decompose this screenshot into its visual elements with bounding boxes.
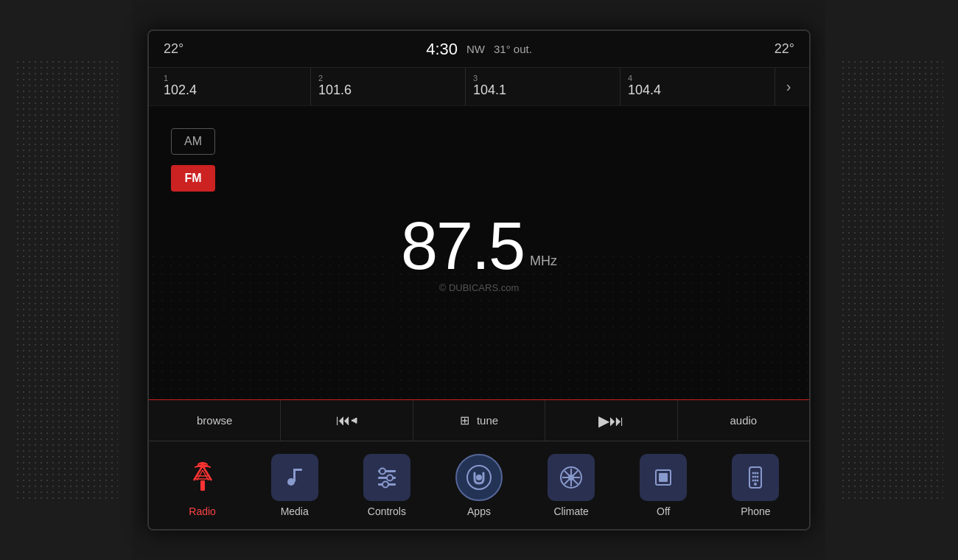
prev-button[interactable]: ⏮◀ — [281, 400, 413, 441]
outer-frame: 22° 4:30 NW 31° out. 22° 1 102.4 2 101.6… — [0, 0, 958, 560]
nav-radio-label: Radio — [189, 505, 216, 517]
temp-right: 22° — [775, 41, 794, 57]
svg-point-36 — [757, 479, 759, 481]
next-icon: ▶⏭ — [598, 412, 624, 430]
nav-climate[interactable]: Climate — [538, 454, 604, 517]
weather-direction: NW — [466, 43, 485, 55]
frequency-row: 87.5 MHz — [401, 213, 557, 279]
svg-point-32 — [755, 475, 757, 477]
preset-number-2: 2 — [318, 74, 323, 83]
media-icon — [280, 463, 310, 492]
weather-temp: 31° out. — [494, 43, 532, 55]
nav-phone-label: Phone — [741, 505, 770, 517]
nav-bar: Radio Media — [149, 441, 809, 529]
tune-label: tune — [477, 414, 498, 427]
svg-rect-9 — [293, 469, 302, 471]
preset-freq-3: 104.1 — [473, 83, 506, 99]
nav-media[interactable]: Media — [262, 454, 328, 517]
media-icon-wrap — [271, 454, 318, 501]
svg-point-7 — [201, 464, 204, 467]
status-bar: 22° 4:30 NW 31° out. 22° — [149, 31, 809, 68]
frequency-display: 87.5 MHz © DUBICARS.com — [401, 213, 557, 293]
nav-media-label: Media — [281, 505, 309, 517]
preset-freq-4: 104.4 — [628, 83, 661, 99]
nav-controls-label: Controls — [368, 505, 406, 517]
grille-dots-right — [840, 59, 943, 501]
preset-freq-2: 101.6 — [318, 83, 352, 99]
preset-1[interactable]: 1 102.4 — [156, 68, 311, 105]
nav-climate-label: Climate — [553, 505, 588, 517]
frequency-number: 87.5 — [401, 213, 524, 279]
nav-apps[interactable]: Apps — [446, 454, 512, 517]
apps-icon-wrap — [455, 454, 503, 501]
apps-icon — [464, 463, 494, 492]
browse-label: browse — [197, 414, 232, 427]
speaker-left — [0, 0, 133, 560]
svg-point-34 — [752, 479, 755, 481]
svg-point-18 — [476, 475, 482, 480]
browse-button[interactable]: browse — [149, 400, 281, 441]
phone-icon — [741, 463, 770, 492]
svg-point-15 — [387, 475, 393, 480]
svg-point-10 — [287, 478, 295, 486]
svg-point-37 — [754, 483, 757, 486]
preset-more-arrow[interactable]: › — [775, 78, 802, 95]
off-icon-wrap — [640, 454, 687, 501]
svg-rect-0 — [200, 480, 205, 491]
svg-point-33 — [757, 475, 759, 477]
fm-button[interactable]: FM — [171, 165, 215, 192]
clock: 4:30 — [426, 40, 458, 59]
radio-icon-wrap — [179, 454, 226, 501]
frequency-unit: MHz — [530, 253, 557, 269]
audio-button[interactable]: audio — [678, 400, 809, 441]
tune-grid-icon: ⊞ — [460, 413, 469, 427]
climate-icon-wrap — [548, 454, 595, 501]
phone-icon-wrap — [732, 454, 779, 501]
svg-point-16 — [382, 481, 388, 487]
main-screen: 22° 4:30 NW 31° out. 22° 1 102.4 2 101.6… — [147, 29, 811, 531]
controls-icon-wrap — [363, 454, 410, 501]
nav-apps-label: Apps — [467, 505, 491, 517]
climate-icon — [556, 463, 586, 492]
nav-controls[interactable]: Controls — [354, 454, 420, 517]
preset-number-1: 1 — [164, 74, 168, 83]
am-button[interactable]: AM — [171, 128, 215, 155]
svg-point-30 — [757, 472, 759, 474]
preset-number-3: 3 — [473, 74, 478, 83]
nav-off[interactable]: Off — [630, 454, 696, 517]
preset-2[interactable]: 2 101.6 — [311, 68, 466, 105]
svg-point-35 — [755, 479, 757, 481]
radio-icon — [185, 460, 220, 495]
prev-icon: ⏮◀ — [336, 412, 358, 429]
preset-4[interactable]: 4 104.4 — [620, 68, 775, 105]
nav-phone[interactable]: Phone — [722, 454, 789, 517]
svg-point-14 — [380, 468, 385, 474]
main-content: AM FM 87.5 MHz © DUBICARS.com — [149, 106, 809, 399]
next-button[interactable]: ▶⏭ — [545, 400, 677, 441]
svg-rect-26 — [659, 473, 668, 482]
watermark: © DUBICARS.com — [439, 282, 520, 293]
off-icon — [648, 463, 678, 492]
action-bar: browse ⏮◀ ⊞ tune ▶⏭ audio — [149, 399, 809, 441]
tune-button[interactable]: ⊞ tune — [413, 400, 545, 441]
speaker-right — [825, 0, 958, 560]
status-center: 4:30 NW 31° out. — [426, 40, 532, 59]
svg-point-31 — [752, 475, 755, 477]
preset-number-4: 4 — [628, 74, 632, 83]
svg-point-28 — [752, 472, 755, 474]
svg-point-29 — [755, 472, 757, 474]
temp-left: 22° — [164, 41, 183, 57]
nav-off-label: Off — [657, 505, 670, 517]
controls-icon — [372, 463, 402, 492]
grille-dots-left — [15, 59, 118, 501]
audio-label: audio — [730, 414, 757, 427]
preset-3[interactable]: 3 104.1 — [466, 68, 620, 105]
nav-radio[interactable]: Radio — [169, 454, 236, 517]
preset-freq-1: 102.4 — [164, 83, 197, 99]
preset-bar: 1 102.4 2 101.6 3 104.1 4 104.4 › — [149, 68, 809, 106]
